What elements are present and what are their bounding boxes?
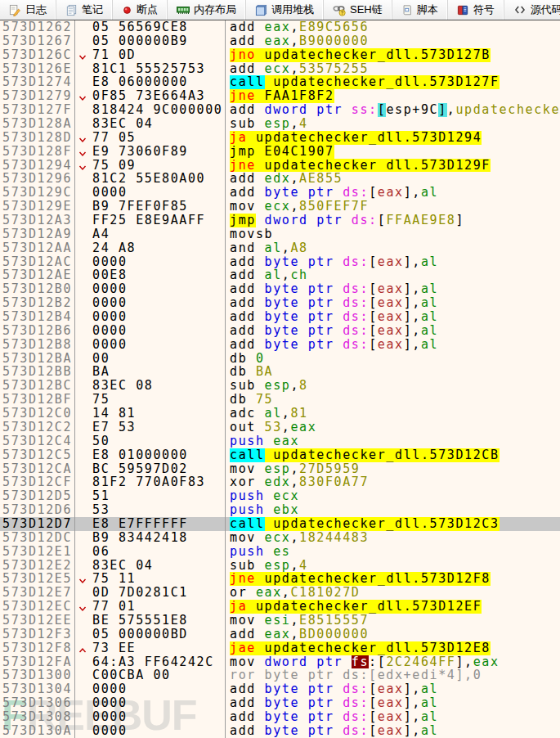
address-cell[interactable]: 573D12B4	[0, 310, 75, 324]
instruction-cell[interactable]: out 53,eax	[226, 421, 560, 434]
address-cell[interactable]: 573D1304	[0, 682, 75, 696]
instruction-cell[interactable]: ja updatechecker_dll.573D12EF	[226, 600, 560, 614]
bytes-cell[interactable]: FF25 E8E9AAFF	[75, 214, 226, 227]
instruction-cell[interactable]: jmp dword ptr ds:[FFAAE9E8]	[226, 214, 560, 227]
tab-log[interactable]: 日志	[0, 0, 56, 20]
disasm-row[interactable]: 573D12B60000add byte ptr ds:[eax],al	[0, 324, 560, 338]
bytes-cell[interactable]: 51	[75, 489, 226, 503]
bytes-cell[interactable]: 81C2 55E80A00	[75, 172, 226, 186]
bytes-cell[interactable]: 50	[75, 434, 226, 448]
bytes-cell[interactable]: 64:A3 FF64242C	[75, 655, 226, 669]
disasm-row[interactable]: 573D12EEBE 575551E8mov esi,E8515557	[0, 614, 560, 628]
address-cell[interactable]: 573D12BF	[0, 393, 75, 407]
instruction-cell[interactable]: sub esp,4	[226, 117, 560, 131]
bytes-cell[interactable]: 83EC 08	[75, 379, 226, 393]
tab-breakpoints[interactable]: 断点	[113, 0, 168, 20]
instruction-cell[interactable]: sub esp,8	[226, 379, 560, 393]
address-cell[interactable]: 573D1308	[0, 710, 75, 724]
disasm-row[interactable]: 573D12B80000add byte ptr ds:[eax],al	[0, 338, 560, 352]
instruction-cell[interactable]: xor edx,830F0A77	[226, 475, 560, 489]
bytes-cell[interactable]: 05 56569CE8	[75, 20, 226, 34]
bytes-cell[interactable]: 73 EE	[75, 641, 226, 655]
instruction-cell[interactable]: add byte ptr ds:[eax],al	[226, 296, 560, 310]
instruction-cell[interactable]: ror byte ptr ds:[edx+edi*4],0	[226, 668, 560, 682]
bytes-cell[interactable]: B9 7FEF0F85	[75, 200, 226, 214]
bytes-cell[interactable]: 05 000000BD	[75, 628, 226, 641]
instruction-cell[interactable]: add edx,AE855	[226, 172, 560, 186]
instruction-cell[interactable]: jae updatechecker_dll.573D12E8	[226, 641, 560, 655]
tab-symbols[interactable]: 符号	[448, 0, 504, 20]
address-cell[interactable]: 573D12B8	[0, 338, 75, 352]
disasm-row[interactable]: 573D12B40000add byte ptr ds:[eax],al	[0, 310, 560, 324]
instruction-cell[interactable]: push ecx	[226, 489, 560, 503]
bytes-cell[interactable]: 0D 7D0281C1	[75, 586, 226, 600]
disasm-row-selected[interactable]: 573D12D7E8 E7FFFFFFcall updatechecker_dl…	[0, 517, 560, 531]
bytes-cell[interactable]: 83EC 04	[75, 117, 226, 131]
address-cell[interactable]: 573D12D7	[0, 517, 75, 531]
bytes-cell[interactable]: E8 E7FFFFFF	[75, 517, 226, 531]
disasm-row[interactable]: 573D126E81C1 55525753add ecx,53575255	[0, 62, 560, 76]
instruction-cell[interactable]: add al,ch	[226, 268, 560, 282]
bytes-cell[interactable]: B9 83442418	[75, 531, 226, 545]
instruction-cell[interactable]: mov ecx,850FEF7F	[226, 200, 560, 214]
instruction-cell[interactable]: add byte ptr ds:[eax],al	[226, 255, 560, 269]
instruction-cell[interactable]: add byte ptr ds:[eax],al	[226, 710, 560, 724]
address-cell[interactable]: 573D12E7	[0, 586, 75, 600]
instruction-cell[interactable]: add byte ptr ds:[eax],al	[226, 186, 560, 200]
address-cell[interactable]: 573D12FA	[0, 655, 75, 669]
address-cell[interactable]: 573D12F8	[0, 641, 75, 655]
address-cell[interactable]: 573D12D5	[0, 489, 75, 503]
address-cell[interactable]: 573D12C4	[0, 434, 75, 448]
bytes-cell[interactable]: 77 05	[75, 131, 226, 145]
instruction-cell[interactable]: call updatechecker_dll.573D12C3	[226, 517, 560, 531]
address-cell[interactable]: 573D12EC	[0, 600, 75, 614]
address-cell[interactable]: 573D1306	[0, 696, 75, 710]
address-cell[interactable]: 573D12AE	[0, 268, 75, 282]
instruction-cell[interactable]: or eax,C181027D	[226, 586, 560, 600]
instruction-cell[interactable]: and al,A8	[226, 241, 560, 255]
address-cell[interactable]: 573D1279	[0, 89, 75, 103]
instruction-cell[interactable]: jne FAA1F8F2	[226, 89, 560, 103]
address-cell[interactable]: 573D127F	[0, 103, 75, 117]
address-cell[interactable]: 573D12DC	[0, 531, 75, 545]
bytes-cell[interactable]: E8 01000000	[75, 448, 226, 462]
instruction-cell[interactable]: add byte ptr ds:[eax],al	[226, 338, 560, 352]
instruction-cell[interactable]: ja updatechecker_dll.573D1294	[226, 131, 560, 145]
disasm-row[interactable]: 573D12790F85 73E664A3jne FAA1F8F2	[0, 89, 560, 103]
tab-notes[interactable]: 笔记	[56, 0, 113, 20]
disasm-row[interactable]: 573D12BC83EC 08sub esp,8	[0, 379, 560, 393]
bytes-cell[interactable]: 0000	[75, 310, 226, 324]
bytes-cell[interactable]: 81C1 55525753	[75, 62, 226, 76]
bytes-cell[interactable]: 0000	[75, 186, 226, 200]
disasm-row[interactable]: 573D12C450push eax	[0, 434, 560, 448]
instruction-cell[interactable]: sub esp,4	[226, 559, 560, 573]
instruction-cell[interactable]: mov esp,27D5959	[226, 462, 560, 476]
address-cell[interactable]: 573D126C	[0, 48, 75, 62]
instruction-cell[interactable]: add eax,E89C5656	[226, 20, 560, 34]
bytes-cell[interactable]: 75 11	[75, 572, 226, 586]
bytes-cell[interactable]: 71 0D	[75, 48, 226, 62]
instruction-cell[interactable]: call updatechecker_dll.573D12CB	[226, 448, 560, 462]
address-cell[interactable]: 573D128F	[0, 145, 75, 159]
disasm-row[interactable]: 573D12C2E7 53out 53,eax	[0, 421, 560, 434]
instruction-cell[interactable]: push ebx	[226, 503, 560, 517]
instruction-cell[interactable]: db BA	[226, 365, 560, 379]
address-cell[interactable]: 573D1262	[0, 20, 75, 34]
instruction-cell[interactable]: add byte ptr ds:[eax],al	[226, 724, 560, 738]
disasm-row[interactable]: 573D128FE9 73060F89jmp E04C1907	[0, 145, 560, 159]
bytes-cell[interactable]: 00E8	[75, 268, 226, 282]
instruction-cell[interactable]: add byte ptr ds:[eax],al	[226, 282, 560, 296]
bytes-cell[interactable]: 53	[75, 503, 226, 517]
disasm-row[interactable]: 573D12BBBAdb BA	[0, 365, 560, 379]
tab-script[interactable]: 脚本	[392, 0, 448, 20]
disasm-row[interactable]: 573D126205 56569CE8add eax,E89C5656	[0, 20, 560, 34]
bytes-cell[interactable]: 0000	[75, 696, 226, 710]
disasm-row[interactable]: 573D12E575 11jne updatechecker_dll.573D1…	[0, 572, 560, 586]
address-cell[interactable]: 573D12C2	[0, 421, 75, 434]
instruction-cell[interactable]: add eax,B9000000	[226, 34, 560, 48]
instruction-cell[interactable]: add dword ptr ss:[esp+9C],updatechecker_…	[226, 103, 560, 117]
disasm-row[interactable]: 573D12C5E8 01000000call updatechecker_dl…	[0, 448, 560, 462]
bytes-cell[interactable]: BC 59597D02	[75, 462, 226, 476]
instruction-cell[interactable]: push eax	[226, 434, 560, 448]
address-cell[interactable]: 573D12B6	[0, 324, 75, 338]
